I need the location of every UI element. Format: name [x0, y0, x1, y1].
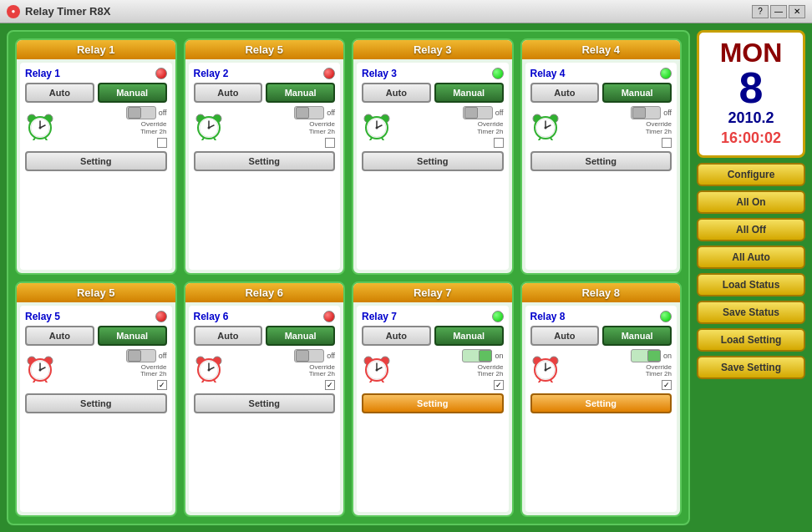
- clock-icon-1: [25, 110, 55, 144]
- auto-button-4[interactable]: Auto: [530, 83, 600, 103]
- svg-line-25: [370, 138, 372, 140]
- title-bar: ● Relay Timer R8X ? — ✕: [0, 0, 812, 23]
- relay-body-2: Relay 2 Auto Manual: [189, 63, 341, 270]
- toggle-switch-5[interactable]: [126, 349, 156, 362]
- relay-body-1: Relay 1 Auto Manual: [20, 63, 172, 270]
- toggle-switch-3[interactable]: [463, 106, 493, 119]
- app-icon: ●: [7, 5, 20, 18]
- action-btn-save-setting[interactable]: Save Setting: [697, 356, 805, 379]
- action-btn-all-auto[interactable]: All Auto: [697, 246, 805, 269]
- relay-header-1: Relay 1: [17, 40, 175, 59]
- override-text-5: OverrideTimer 2h: [140, 364, 166, 379]
- toggle-label-6: off: [327, 352, 335, 360]
- relay-label-8: Relay 8: [530, 311, 566, 322]
- relay-header-5: Relay 5: [17, 283, 175, 302]
- manual-button-4[interactable]: Manual: [602, 83, 672, 103]
- override-checkbox-7[interactable]: ✓: [494, 380, 504, 390]
- action-btn-load-setting[interactable]: Load Setting: [697, 328, 805, 352]
- toggle-label-3: off: [495, 109, 504, 117]
- auto-button-5[interactable]: Auto: [25, 326, 94, 346]
- action-btn-configure[interactable]: Configure: [697, 163, 805, 186]
- day-label: MON: [706, 39, 796, 66]
- relay-header-3: Relay 3: [353, 40, 512, 59]
- setting-button-7[interactable]: Setting: [362, 393, 504, 413]
- relay-label-5: Relay 5: [25, 311, 60, 322]
- relay-header-7: Relay 7: [353, 283, 512, 302]
- override-checkbox-6[interactable]: ✓: [325, 380, 335, 390]
- minimize-button[interactable]: —: [770, 5, 787, 18]
- override-checkbox-8[interactable]: ✓: [662, 380, 672, 390]
- manual-button-7[interactable]: Manual: [434, 326, 504, 346]
- manual-button-3[interactable]: Manual: [434, 83, 504, 103]
- relay-label-2: Relay 2: [194, 68, 229, 79]
- toggle-label-1: off: [159, 109, 167, 117]
- action-btn-save-status[interactable]: Save Status: [697, 301, 805, 324]
- status-led-6: [323, 311, 335, 322]
- toggle-label-8: on: [663, 352, 672, 360]
- auto-button-6[interactable]: Auto: [194, 326, 263, 346]
- setting-button-4[interactable]: Setting: [530, 151, 672, 171]
- relay-body-7: Relay 7 Auto Manual: [357, 306, 509, 513]
- clock-setting-row-7: on OverrideTimer 2h ✓: [362, 349, 504, 391]
- toggle-switch-7[interactable]: [462, 349, 492, 362]
- auto-button-3[interactable]: Auto: [362, 83, 431, 103]
- manual-button-6[interactable]: Manual: [266, 326, 335, 346]
- svg-point-51: [207, 369, 210, 372]
- relay-label-1: Relay 1: [25, 68, 60, 79]
- override-checkbox-2[interactable]: [325, 138, 335, 148]
- override-text-8: OverrideTimer 2h: [646, 364, 672, 379]
- setting-button-6[interactable]: Setting: [194, 393, 336, 413]
- action-btn-all-on[interactable]: All On: [697, 190, 805, 214]
- clock-icon-8: [530, 352, 561, 386]
- svg-point-42: [39, 369, 42, 372]
- svg-line-34: [539, 138, 540, 140]
- toggle-switch-8[interactable]: [631, 349, 661, 362]
- mode-buttons-3: Auto Manual: [362, 83, 504, 103]
- relay-label-row-7: Relay 7: [362, 311, 504, 322]
- clock-icon-4: [530, 110, 561, 144]
- clock-icon-3: [362, 110, 392, 144]
- clock-setting-row-4: off OverrideTimer 2h: [530, 106, 672, 148]
- auto-button-1[interactable]: Auto: [25, 83, 94, 103]
- setting-button-2[interactable]: Setting: [194, 151, 336, 171]
- auto-button-2[interactable]: Auto: [194, 83, 263, 103]
- override-text-4: OverrideTimer 2h: [646, 121, 672, 136]
- override-checkbox-1[interactable]: [157, 138, 167, 148]
- override-checkbox-5[interactable]: ✓: [157, 380, 167, 390]
- toggle-switch-6[interactable]: [294, 349, 324, 362]
- manual-button-8[interactable]: Manual: [602, 326, 672, 346]
- svg-point-60: [376, 369, 378, 372]
- setting-button-5[interactable]: Setting: [25, 393, 167, 413]
- override-checkbox-4[interactable]: [662, 138, 672, 148]
- toggle-switch-2[interactable]: [294, 106, 324, 119]
- action-btn-all-off[interactable]: All Off: [697, 218, 805, 241]
- svg-line-53: [214, 380, 216, 383]
- relay-label-3: Relay 3: [362, 68, 397, 79]
- help-button[interactable]: ?: [752, 5, 769, 18]
- time-display: 16:00:02: [706, 128, 796, 149]
- setting-button-1[interactable]: Setting: [25, 151, 167, 171]
- action-btn-load-status[interactable]: Load Status: [697, 273, 805, 296]
- relay-header-2: Relay 5: [185, 40, 344, 59]
- manual-button-1[interactable]: Manual: [98, 83, 167, 103]
- toggle-switch-4[interactable]: [631, 106, 661, 119]
- toggle-switch-1[interactable]: [126, 106, 156, 119]
- main-container: Relay 1 Relay 1 Auto Manual: [0, 23, 812, 532]
- manual-button-2[interactable]: Manual: [266, 83, 335, 103]
- override-checkbox-3[interactable]: [494, 138, 504, 148]
- setting-button-3[interactable]: Setting: [362, 151, 504, 171]
- override-text-6: OverrideTimer 2h: [309, 364, 335, 379]
- clock-setting-row-3: off OverrideTimer 2h: [362, 106, 504, 148]
- auto-button-8[interactable]: Auto: [530, 326, 600, 346]
- auto-button-7[interactable]: Auto: [362, 326, 431, 346]
- setting-button-8[interactable]: Setting: [530, 393, 672, 413]
- manual-button-5[interactable]: Manual: [98, 326, 167, 346]
- toggle-label-7: on: [495, 352, 503, 360]
- date-number: 8: [706, 66, 796, 109]
- svg-point-15: [207, 126, 210, 129]
- relay-body-3: Relay 3 Auto Manual: [357, 63, 509, 270]
- svg-line-52: [202, 380, 204, 383]
- relay-header-4: Relay 4: [522, 40, 681, 59]
- close-button[interactable]: ✕: [789, 5, 805, 18]
- relay-card-7: Relay 7 Relay 7 Auto Manual: [352, 281, 514, 518]
